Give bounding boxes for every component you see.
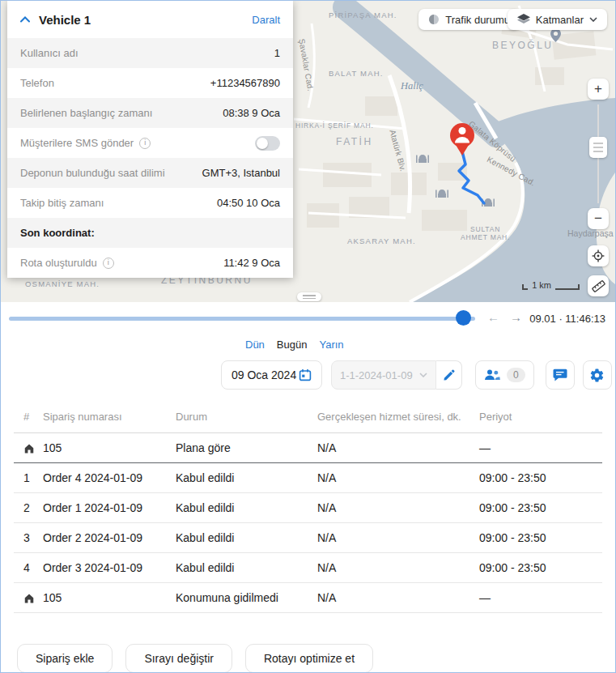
day-link-1[interactable]: Bugün (277, 339, 308, 351)
scale-line (555, 284, 580, 290)
zoom-out-button[interactable]: − (588, 208, 609, 229)
cell-status: Kabul edildi (176, 463, 317, 493)
order-row[interactable]: 2Order 1 2024-01-09Kabul edildiN/A09:00 … (14, 493, 602, 523)
timeline-section: ← → 09.01 · 11:46:13 (1, 302, 615, 334)
day-link-2[interactable]: Yarın (319, 339, 343, 351)
cell-duration: N/A (317, 523, 479, 553)
traffic-button[interactable]: Trafik durumu (418, 9, 520, 30)
cell-status: Kabul edildi (176, 493, 317, 523)
cell-period: 09:00 - 23:50 (479, 553, 602, 583)
traffic-icon (428, 14, 440, 25)
column-period: Periyot (479, 403, 602, 433)
chat-button[interactable] (546, 360, 575, 390)
panel-drag-handle[interactable] (297, 292, 321, 301)
ruler-icon (592, 279, 605, 293)
cell-order-number: 105 (43, 583, 176, 613)
map-section[interactable]: PİRİPAŞA MAH.BEYOĞLUBALAT MAH.HaliçHIRKA… (1, 1, 615, 302)
zoom-slider-handle[interactable] (589, 137, 607, 158)
scale-tick (522, 284, 528, 290)
people-icon (484, 368, 500, 381)
panel-row-value: 04:50 10 Oca (217, 197, 280, 209)
cell-period: 09:00 - 23:50 (479, 523, 602, 553)
layers-button-label: Katmanlar (536, 14, 584, 26)
date-picker-button[interactable]: 09 Oca 2024 (221, 360, 322, 390)
column-number: # (14, 403, 43, 433)
depot-icon (23, 443, 35, 454)
cell-order-number: Order 1 2024-01-09 (43, 493, 176, 523)
depot-icon (23, 593, 35, 604)
timeline-handle[interactable] (456, 310, 471, 326)
cell-number: 1 (14, 463, 43, 493)
info-icon[interactable]: i (139, 138, 151, 149)
optimize-route-button[interactable]: Rotayı optimize et (245, 644, 373, 673)
panel-row: Son koordinat: (7, 218, 293, 248)
cell-order-number: Order 4 2024-01-09 (43, 463, 176, 493)
vehicle-panel-header: Vehicle 1 Daralt (7, 1, 293, 38)
locate-button[interactable] (588, 245, 609, 266)
panel-row-label: Son koordinat: (20, 227, 95, 239)
scale-label: 1 km (532, 280, 551, 290)
info-icon[interactable]: i (103, 258, 114, 269)
couriers-button[interactable]: 0 (475, 360, 534, 390)
edit-route-button[interactable] (436, 360, 462, 390)
cell-duration: N/A (317, 583, 479, 613)
prev-arrow-icon[interactable]: ← (487, 310, 499, 324)
chevron-down-icon (589, 17, 597, 22)
cell-number: 3 (14, 523, 43, 553)
panel-row-label: Belirlenen başlangıç zamanı (20, 107, 152, 119)
chat-icon (553, 368, 567, 381)
panel-row-value: +11234567890 (210, 77, 280, 89)
cell-order-number: Order 2 2024-01-09 (43, 523, 176, 553)
cell-status: Plana göre (176, 433, 317, 463)
panel-row: Müşterilere SMS gönderi (7, 128, 293, 158)
timeline-track[interactable] (9, 317, 475, 321)
panel-row-value: 08:38 9 Oca (223, 107, 280, 119)
toggle-knob (257, 138, 268, 149)
cell-order-number: Order 3 2024-01-09 (43, 553, 176, 583)
route-select[interactable]: 1-1-2024-01-09 (331, 360, 436, 390)
collapse-link[interactable]: Daralt (252, 14, 280, 26)
day-link-0[interactable]: Dün (245, 339, 265, 351)
sms-toggle[interactable] (255, 136, 280, 151)
order-row[interactable]: 4Order 3 2024-01-09Kabul edildiN/A09:00 … (14, 553, 602, 583)
depot-row[interactable]: 105Konumuna gidilmediN/A— (14, 583, 602, 613)
cell-number (14, 433, 43, 463)
column-status: Durum (176, 403, 317, 433)
panel-row-label: Takip bitiş zamanı (20, 197, 104, 209)
cell-number (14, 583, 43, 613)
settings-button[interactable] (583, 360, 612, 390)
vehicle-title: Vehicle 1 (39, 13, 91, 27)
orders-table: # Sipariş numarası Durum Gerçekleşen hiz… (14, 403, 602, 613)
footer-actions: Sipariş ekle Sırayı değiştir Rotayı opti… (1, 613, 615, 673)
ruler-button[interactable] (588, 275, 609, 296)
pencil-icon (443, 369, 455, 381)
orders-table-wrap: # Sipariş numarası Durum Gerçekleşen hiz… (1, 403, 615, 613)
order-row[interactable]: 3Order 2 2024-01-09Kabul edildiN/A09:00 … (14, 523, 602, 553)
depot-row[interactable]: 105Plana göreN/A— (14, 433, 602, 463)
cell-period: — (479, 433, 602, 463)
vehicle-detail-rows: Kullanıcı adı1Telefon+11234567890Belirle… (7, 38, 293, 278)
panel-row: Rota oluşturuldui11:42 9 Oca (7, 248, 293, 278)
cell-status: Konumuna gidilmedi (176, 583, 317, 613)
next-arrow-icon[interactable]: → (510, 310, 522, 324)
route-select-value: 1-1-2024-01-09 (340, 369, 413, 381)
cell-status: Kabul edildi (176, 523, 317, 553)
panel-row-label: Müşterilere SMS gönder (20, 137, 134, 149)
controls-row: 09 Oca 2024 1-1-2024-01-09 (1, 354, 615, 396)
cell-period: 09:00 - 23:50 (479, 493, 602, 523)
reorder-button[interactable]: Sırayı değiştir (125, 644, 232, 673)
chevron-up-icon[interactable] (20, 16, 30, 23)
panel-row: Deponun bulunduğu saat dilimiGMT+3, Ista… (7, 158, 293, 188)
cell-status: Kabul edildi (176, 553, 317, 583)
panel-row-label: Deponun bulunduğu saat dilimi (20, 167, 165, 179)
layers-button[interactable]: Katmanlar (508, 9, 607, 30)
timeline-timestamp: 09.01 · 11:46:13 (529, 313, 605, 325)
cell-period: — (479, 583, 602, 613)
map-pin-icon[interactable] (550, 28, 561, 42)
order-row[interactable]: 1Order 4 2024-01-09Kabul edildiN/A09:00 … (14, 463, 602, 493)
cell-number: 4 (14, 553, 43, 583)
orders-table-header: # Sipariş numarası Durum Gerçekleşen hiz… (14, 403, 602, 433)
add-order-button[interactable]: Sipariş ekle (17, 644, 113, 673)
zoom-in-button[interactable]: + (588, 79, 609, 100)
cell-duration: N/A (317, 493, 479, 523)
